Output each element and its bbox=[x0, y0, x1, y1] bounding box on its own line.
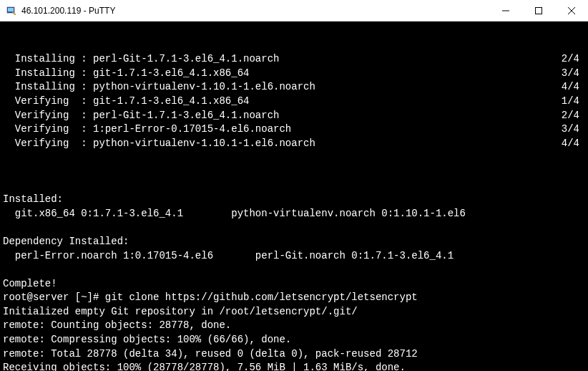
window-title: 46.101.200.119 - PuTTY bbox=[21, 6, 489, 16]
terminal-line: Initialized empty Git repository in /roo… bbox=[3, 305, 585, 319]
terminal-text: Verifying : python-virtualenv-1.10.1-1.e… bbox=[3, 137, 315, 151]
terminal-text: Installing : perl-Git-1.7.1-3.el6_4.1.no… bbox=[3, 52, 279, 67]
terminal-line: Installing : python-virtualenv-1.10.1-1.… bbox=[3, 80, 585, 95]
terminal-text: Verifying : git-1.7.1-3.el6_4.1.x86_64 bbox=[3, 95, 249, 109]
terminal-line: Verifying : perl-Git-1.7.1-3.el6_4.1.noa… bbox=[3, 109, 585, 123]
minimize-button[interactable] bbox=[489, 0, 522, 21]
terminal-progress: 1/4 bbox=[562, 95, 585, 109]
terminal-line: root@server [~]# git clone https://githu… bbox=[3, 291, 585, 305]
terminal-progress: 2/4 bbox=[562, 109, 585, 123]
terminal-line: remote: Compressing objects: 100% (66/66… bbox=[3, 333, 585, 347]
svg-rect-3 bbox=[536, 7, 542, 14]
terminal-text: Installing : git-1.7.1-3.el6_4.1.x86_64 bbox=[3, 67, 249, 81]
terminal-line: Installed: bbox=[3, 193, 585, 207]
maximize-button[interactable] bbox=[522, 0, 555, 21]
terminal-text: Installing : python-virtualenv-1.10.1-1.… bbox=[3, 80, 315, 95]
terminal-line: Complete! bbox=[3, 277, 585, 292]
terminal-line: Dependency Installed: bbox=[3, 235, 585, 249]
terminal-line: Verifying : 1:perl-Error-0.17015-4.el6.n… bbox=[3, 122, 585, 137]
window-controls bbox=[489, 0, 588, 21]
terminal-text: Verifying : 1:perl-Error-0.17015-4.el6.n… bbox=[3, 122, 291, 137]
terminal-line bbox=[3, 179, 585, 193]
terminal-progress: 2/4 bbox=[562, 52, 585, 67]
close-button[interactable] bbox=[555, 0, 588, 21]
svg-rect-1 bbox=[8, 8, 14, 11]
terminal-line: Installing : perl-Git-1.7.1-3.el6_4.1.no… bbox=[3, 52, 585, 67]
terminal-progress: 3/4 bbox=[562, 122, 585, 137]
titlebar: 46.101.200.119 - PuTTY bbox=[0, 0, 588, 21]
terminal-text: Verifying : perl-Git-1.7.1-3.el6_4.1.noa… bbox=[3, 109, 279, 123]
terminal-line: Verifying : git-1.7.1-3.el6_4.1.x86_641/… bbox=[3, 95, 585, 109]
terminal-line: remote: Counting objects: 28778, done. bbox=[3, 319, 585, 333]
terminal-line: remote: Total 28778 (delta 34), reused 0… bbox=[3, 347, 585, 362]
putty-icon bbox=[6, 5, 17, 16]
terminal[interactable]: Installing : perl-Git-1.7.1-3.el6_4.1.no… bbox=[0, 21, 588, 371]
terminal-line: perl-Error.noarch 1:0.17015-4.el6 perl-G… bbox=[3, 249, 585, 264]
terminal-line: Receiving objects: 100% (28778/28778), 7… bbox=[3, 361, 585, 371]
terminal-line bbox=[3, 263, 585, 277]
terminal-progress: 4/4 bbox=[562, 137, 585, 151]
terminal-line: Verifying : python-virtualenv-1.10.1-1.e… bbox=[3, 137, 585, 151]
terminal-line bbox=[3, 221, 585, 235]
terminal-line: Installing : git-1.7.1-3.el6_4.1.x86_643… bbox=[3, 67, 585, 81]
terminal-line: git.x86_64 0:1.7.1-3.el6_4.1 python-virt… bbox=[3, 207, 585, 221]
terminal-progress: 4/4 bbox=[562, 80, 585, 95]
terminal-progress: 3/4 bbox=[562, 67, 585, 81]
